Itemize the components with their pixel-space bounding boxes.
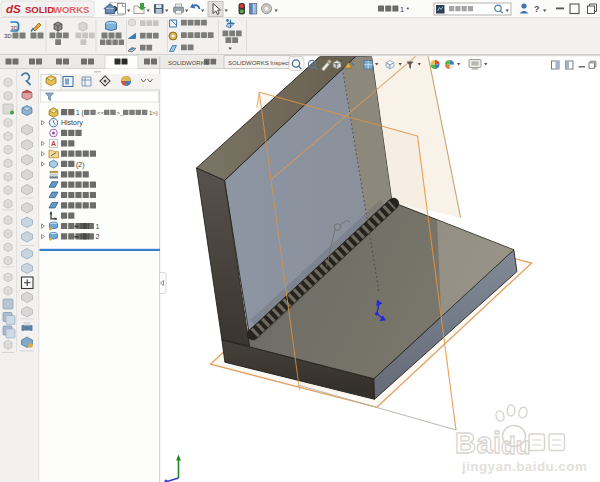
svg-text:Bai: Bai bbox=[455, 427, 502, 459]
svg-text:SOLIDWORKS: SOLIDWORKS bbox=[168, 60, 209, 66]
svg-text:?: ? bbox=[534, 4, 540, 14]
svg-text:SOLID: SOLID bbox=[25, 4, 54, 15]
svg-text:3D: 3D bbox=[11, 25, 18, 31]
svg-text:dS: dS bbox=[6, 3, 21, 15]
svg-text:WORKS: WORKS bbox=[53, 4, 89, 15]
svg-text:1>): 1>) bbox=[149, 110, 158, 116]
svg-text:SOLIDWORKS Inspection: SOLIDWORKS Inspection bbox=[228, 60, 298, 66]
svg-text:1 (: 1 ( bbox=[76, 109, 84, 117]
svg-text:A: A bbox=[51, 140, 56, 147]
svg-text:1 *: 1 * bbox=[400, 5, 409, 14]
svg-text:jingyan.baidu.com: jingyan.baidu.com bbox=[461, 459, 587, 474]
svg-text:(2): (2) bbox=[76, 161, 85, 169]
svg-text:History: History bbox=[61, 119, 83, 127]
svg-text:2: 2 bbox=[96, 233, 100, 240]
svg-text:3D: 3D bbox=[4, 33, 12, 39]
svg-text:>_: >_ bbox=[117, 110, 125, 116]
svg-text:1: 1 bbox=[96, 223, 100, 230]
svg-text:<<: << bbox=[97, 110, 105, 116]
